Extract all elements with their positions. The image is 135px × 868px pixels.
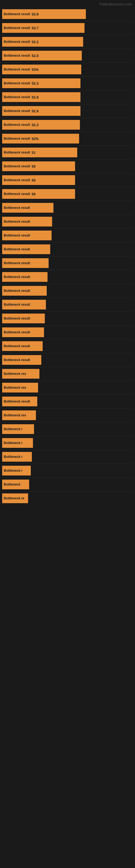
bar-row: Bottleneck r (0, 451, 135, 463)
bar-label-text: Bottleneck result (4, 40, 30, 44)
bar-value-text: 52.3 (32, 82, 38, 86)
bar-row: Bottleneck result (0, 257, 135, 269)
bar-label-text: Bottleneck result (4, 330, 30, 334)
bar-fill: Bottleneck result53% (2, 65, 81, 74)
bar-fill: Bottleneck result52.3 (2, 79, 81, 88)
bar-label-text: Bottleneck result (4, 151, 30, 154)
bar-row: Bottleneck result (0, 202, 135, 214)
bar-fill: Bottleneck result50 (2, 189, 75, 199)
bar-row: Bottleneck result53% (0, 63, 135, 75)
bar-row: Bottleneck result (0, 326, 135, 338)
bar-value-text: 50 (32, 192, 35, 196)
bar-row: Bottleneck result51 (0, 147, 135, 158)
bar-fill: Bottleneck result52.3 (2, 120, 80, 130)
bar-fill: Bottleneck res (2, 369, 39, 379)
bar-fill: Bottleneck result (2, 258, 49, 268)
bar-row: Bottleneck result (0, 299, 135, 311)
bar-label-text: Bottleneck result (4, 26, 30, 30)
bar-label-text: Bottleneck result (4, 206, 30, 210)
bar-value-text: 52.8 (32, 95, 38, 99)
bar-label-text: Bottleneck result (4, 344, 30, 348)
bar-fill: Bottleneck result (2, 355, 41, 365)
bar-fill: Bottleneck result (2, 217, 52, 226)
bar-row: Bottleneck result (0, 271, 135, 283)
bar-row: Bottleneck result (0, 243, 135, 255)
bar-label-text: Bottleneck result (4, 109, 30, 113)
bar-value-text: 53.9 (32, 12, 38, 16)
bar-row: Bottleneck res (0, 409, 135, 421)
bar-fill: Bottleneck result (2, 203, 53, 213)
bar-label-text: Bottleneck r (4, 469, 22, 472)
bar-row: Bottleneck (0, 478, 135, 490)
bar-label-text: Bottleneck result (4, 164, 30, 168)
bar-row: Bottleneck r (0, 423, 135, 435)
bar-row: Bottleneck result52.8 (0, 91, 135, 103)
bar-row: Bottleneck result53.7 (0, 22, 135, 34)
bar-row: Bottleneck re (0, 492, 135, 504)
bar-row: Bottleneck result52.8 (0, 50, 135, 62)
bar-fill: Bottleneck r (2, 452, 32, 462)
bar-label-text: Bottleneck result (4, 316, 30, 320)
bar-value-text: 52% (32, 137, 39, 141)
bar-row: Bottleneck result53.2 (0, 36, 135, 48)
bar-fill: Bottleneck (2, 479, 29, 489)
bar-row: Bottleneck result52.8 (0, 105, 135, 117)
bar-label-text: Bottleneck result (4, 303, 30, 307)
bar-row: Bottleneck result50 (0, 160, 135, 172)
bar-fill: Bottleneck result (2, 272, 48, 282)
bar-fill: Bottleneck result53.9 (2, 9, 86, 19)
bar-fill: Bottleneck result (2, 314, 45, 323)
bar-fill: Bottleneck result (2, 328, 44, 337)
bar-row: Bottleneck res (0, 382, 135, 394)
bar-row: Bottleneck result (0, 340, 135, 352)
bar-label-text: Bottleneck result (4, 123, 30, 127)
bar-row: Bottleneck result (0, 354, 135, 366)
bar-row: Bottleneck r (0, 465, 135, 476)
bar-row: Bottleneck result (0, 285, 135, 297)
bar-row: Bottleneck result (0, 216, 135, 227)
bar-fill: Bottleneck result (2, 341, 43, 351)
bar-label-text: Bottleneck r (4, 455, 22, 459)
bar-fill: Bottleneck re (2, 493, 28, 503)
site-title: TheBottlenecker.com (99, 2, 132, 6)
bar-label-text: Bottleneck result (4, 247, 30, 251)
bar-value-text: 51 (32, 151, 35, 155)
bar-fill: Bottleneck r (2, 438, 33, 448)
bar-row: Bottleneck res (0, 368, 135, 380)
bar-fill: Bottleneck r (2, 466, 31, 475)
bar-label-text: Bottleneck result (4, 234, 30, 237)
bar-row: Bottleneck result52.3 (0, 119, 135, 131)
bar-label-text: Bottleneck result (4, 192, 30, 196)
bar-label-text: Bottleneck result (4, 400, 30, 403)
bar-fill: Bottleneck result52.8 (2, 51, 82, 61)
bars-container: Bottleneck result53.9Bottleneck result53… (0, 8, 135, 504)
bar-label-text: Bottleneck result (4, 137, 30, 141)
bar-label-text: Bottleneck result (4, 95, 30, 99)
bar-fill: Bottleneck result50 (2, 175, 75, 185)
bar-label-text: Bottleneck result (4, 275, 30, 279)
bar-fill: Bottleneck result (2, 244, 50, 254)
bar-value-text: 53.7 (32, 26, 38, 30)
bar-row: Bottleneck result (0, 396, 135, 407)
bar-label-text: Bottleneck result (4, 220, 30, 223)
bar-row: Bottleneck result (0, 312, 135, 324)
bar-value-text: 50 (32, 164, 35, 168)
bar-fill: Bottleneck r (2, 424, 34, 434)
bar-fill: Bottleneck result53.2 (2, 37, 83, 46)
bar-fill: Bottleneck result52.8 (2, 92, 81, 102)
bar-row: Bottleneck result52.3 (0, 77, 135, 89)
bar-row: Bottleneck r (0, 437, 135, 449)
bar-fill: Bottleneck result52.8 (2, 106, 81, 116)
bar-label-text: Bottleneck result (4, 261, 30, 265)
site-header: TheBottlenecker.com (0, 0, 135, 7)
bar-label-text: Bottleneck res (4, 413, 26, 417)
bar-label-text: Bottleneck result (4, 82, 30, 85)
bar-fill: Bottleneck result (2, 230, 52, 240)
bar-value-text: 52.8 (32, 54, 38, 58)
bar-fill: Bottleneck result (2, 286, 47, 296)
bar-label-text: Bottleneck result (4, 12, 30, 16)
bar-label-text: Bottleneck re (4, 496, 24, 500)
bar-value-text: 50 (32, 178, 35, 182)
bar-row: Bottleneck result50 (0, 174, 135, 186)
bar-label-text: Bottleneck res (4, 372, 26, 376)
